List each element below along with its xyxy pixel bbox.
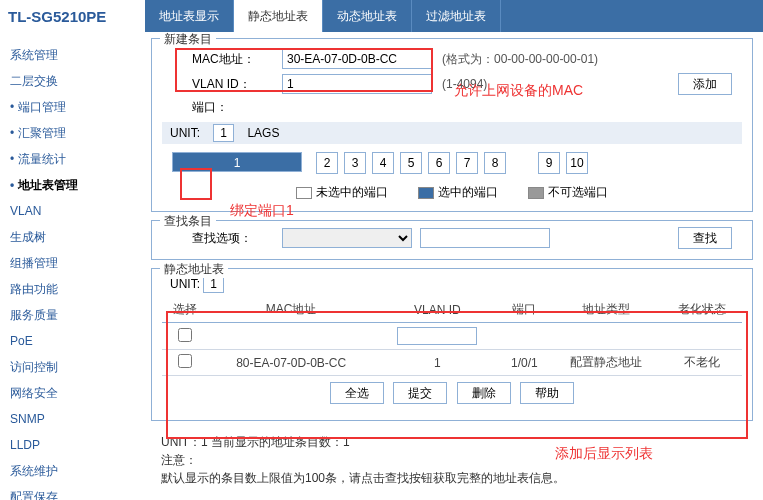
sidebar-item-3[interactable]: 汇聚管理: [0, 120, 145, 146]
sidebar-item-2[interactable]: 端口管理: [0, 94, 145, 120]
sidebar-item-12[interactable]: 访问控制: [0, 354, 145, 380]
note-unit: UNIT：1 当前显示的地址条目数：1: [161, 433, 753, 451]
main-content: 新建条目 MAC地址： (格式为：00-00-00-00-00-01) VLAN…: [145, 32, 763, 500]
sidebar-item-16[interactable]: 系统维护: [0, 458, 145, 484]
port-1[interactable]: 1: [172, 152, 302, 172]
legend-disabled: 不可选端口: [528, 184, 608, 201]
port-2[interactable]: 2: [316, 152, 338, 174]
search-button[interactable]: 查找: [678, 227, 732, 249]
sidebar-item-5[interactable]: 地址表管理: [0, 172, 145, 198]
mac-hint: (格式为：00-00-00-00-00-01): [442, 51, 598, 68]
add-button[interactable]: 添加: [678, 73, 732, 95]
port-selector: 12345678910: [162, 152, 742, 174]
port-4[interactable]: 4: [372, 152, 394, 174]
submit-button[interactable]: 提交: [393, 382, 447, 404]
cell-vlan: 1: [375, 350, 500, 376]
port-7[interactable]: 7: [456, 152, 478, 174]
create-legend: 新建条目: [160, 32, 216, 48]
col-port: 端口: [500, 297, 549, 323]
sidebar-item-15[interactable]: LLDP: [0, 432, 145, 458]
port-3[interactable]: 3: [344, 152, 366, 174]
sidebar-item-0[interactable]: 系统管理: [0, 42, 145, 68]
table-row: 80-EA-07-0D-0B-CC 1 1/0/1 配置静态地址 不老化: [162, 350, 742, 376]
col-vlan: VLAN ID: [375, 297, 500, 323]
sidebar-item-4[interactable]: 流量统计: [0, 146, 145, 172]
search-value-input[interactable]: [420, 228, 550, 248]
port-10[interactable]: 10: [566, 152, 588, 174]
port-6[interactable]: 6: [428, 152, 450, 174]
filter-checkbox[interactable]: [178, 328, 192, 342]
row-checkbox[interactable]: [178, 354, 192, 368]
filter-vlan-input[interactable]: [397, 327, 477, 345]
sidebar-item-13[interactable]: 网络安全: [0, 380, 145, 406]
table-legend: 静态地址表: [160, 261, 228, 278]
sidebar-item-14[interactable]: SNMP: [0, 406, 145, 432]
port-label: 端口：: [192, 99, 282, 116]
table-filter-row: [162, 323, 742, 350]
port-8[interactable]: 8: [484, 152, 506, 174]
port-5[interactable]: 5: [400, 152, 422, 174]
sidebar-item-9[interactable]: 路由功能: [0, 276, 145, 302]
unit-label: UNIT:: [170, 126, 200, 140]
table-header-row: 选择 MAC地址 VLAN ID 端口 地址类型 老化状态: [162, 297, 742, 323]
col-select: 选择: [162, 297, 207, 323]
product-logo: TL-SG5210PE: [0, 8, 145, 25]
cell-age: 不老化: [663, 350, 742, 376]
port-legend-row: 未选中的端口 选中的端口 不可选端口: [162, 184, 742, 201]
search-select-1[interactable]: [282, 228, 412, 248]
static-address-table: 选择 MAC地址 VLAN ID 端口 地址类型 老化状态 80-EA-07-0…: [162, 297, 742, 376]
vlan-label: VLAN ID：: [192, 76, 282, 93]
cell-port: 1/0/1: [500, 350, 549, 376]
delete-button[interactable]: 删除: [457, 382, 511, 404]
lags-label[interactable]: LAGS: [247, 126, 279, 140]
unit-value[interactable]: 1: [213, 124, 234, 142]
unit-bar: UNIT: 1 LAGS: [162, 122, 742, 144]
tab-address-display[interactable]: 地址表显示: [145, 0, 234, 32]
vlan-input[interactable]: [282, 74, 432, 94]
tab-static-address[interactable]: 静态地址表: [234, 0, 323, 32]
help-button[interactable]: 帮助: [520, 382, 574, 404]
sidebar: 系统管理二层交换端口管理汇聚管理流量统计地址表管理VLAN生成树组播管理路由功能…: [0, 32, 145, 500]
note-text: 默认显示的条目数上限值为100条，请点击查找按钮获取完整的地址表信息。: [161, 469, 753, 487]
legend-selected: 选中的端口: [418, 184, 498, 201]
col-type: 地址类型: [549, 297, 663, 323]
cell-type: 配置静态地址: [549, 350, 663, 376]
col-age: 老化状态: [663, 297, 742, 323]
port-9[interactable]: 9: [538, 152, 560, 174]
select-all-button[interactable]: 全选: [330, 382, 384, 404]
sidebar-item-10[interactable]: 服务质量: [0, 302, 145, 328]
search-opt-label: 查找选项：: [192, 230, 282, 247]
note-heading: 注意：: [161, 451, 753, 469]
footer-note: UNIT：1 当前显示的地址条目数：1 注意： 默认显示的条目数上限值为100条…: [151, 429, 753, 487]
sidebar-item-7[interactable]: 生成树: [0, 224, 145, 250]
search-panel: 查找条目 查找选项： 查找: [151, 220, 753, 260]
create-entry-panel: 新建条目 MAC地址： (格式为：00-00-00-00-00-01) VLAN…: [151, 38, 753, 212]
vlan-hint: (1-4094): [442, 77, 487, 91]
cell-mac: 80-EA-07-0D-0B-CC: [207, 350, 375, 376]
sidebar-item-11[interactable]: PoE: [0, 328, 145, 354]
tab-dynamic-address[interactable]: 动态地址表: [323, 0, 412, 32]
sidebar-item-17[interactable]: 配置保存: [0, 484, 145, 500]
search-legend: 查找条目: [160, 213, 216, 230]
table-buttons: 全选 提交 删除 帮助: [162, 376, 742, 410]
mac-input[interactable]: [282, 49, 432, 69]
mac-label: MAC地址：: [192, 51, 282, 68]
sidebar-item-1[interactable]: 二层交换: [0, 68, 145, 94]
static-table-panel: 静态地址表 UNIT: 1 选择 MAC地址 VLAN ID 端口 地址类型 老…: [151, 268, 753, 421]
table-unit-label: UNIT:: [170, 277, 200, 291]
legend-unselected: 未选中的端口: [296, 184, 388, 201]
sidebar-item-8[interactable]: 组播管理: [0, 250, 145, 276]
col-mac: MAC地址: [207, 297, 375, 323]
tab-filter-address[interactable]: 过滤地址表: [412, 0, 501, 32]
top-tabs: 地址表显示 静态地址表 动态地址表 过滤地址表: [145, 0, 763, 32]
sidebar-item-6[interactable]: VLAN: [0, 198, 145, 224]
